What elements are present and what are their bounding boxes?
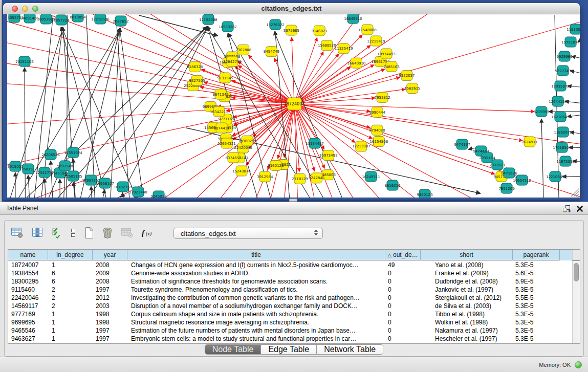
cell-name: 18300295	[8, 277, 48, 286]
window-title: citations_edges.txt	[3, 3, 580, 14]
graph-node-label: 7857224	[53, 18, 70, 23]
cell-in_degree: 1	[48, 335, 93, 343]
select-attributes-button[interactable]	[52, 227, 62, 240]
cell-in_degree: 1	[48, 326, 93, 335]
float-panel-icon[interactable]	[562, 205, 571, 212]
table-options-button[interactable]	[11, 227, 24, 240]
column-label: name	[20, 251, 35, 258]
create-column-button[interactable]	[84, 227, 94, 240]
cell-in_degree: 2	[48, 286, 93, 294]
table-row[interactable]: 1830029562008Estimation of significance …	[8, 277, 572, 286]
table-row[interactable]: 1938455462009Genome-wide association stu…	[8, 269, 572, 277]
cell-year: 1997	[93, 326, 127, 335]
cell-year: 2003	[93, 302, 127, 310]
table-row[interactable]: 2242004622012Investigating the contribut…	[8, 294, 572, 302]
table-scrollbar[interactable]	[572, 261, 580, 343]
cell-name: 18724007	[8, 261, 48, 269]
close-panel-icon[interactable]	[577, 206, 583, 212]
row-height-button[interactable]	[70, 227, 76, 240]
show-columns-button[interactable]	[31, 227, 44, 240]
cell-out_degree: 0	[385, 335, 421, 343]
scrollbar-thumb[interactable]	[574, 263, 579, 281]
network-canvas[interactable]: 2522605893275058186328165433629327508236…	[7, 14, 580, 198]
graph-node-label: 16849310	[344, 17, 362, 21]
graph-node-label: 8816211	[384, 184, 400, 188]
cell-out_degree: 0	[385, 302, 421, 310]
network-view-region: citations_edges.txt 25226058932750581863…	[0, 0, 588, 202]
column-header-pagerank[interactable]: pagerank	[513, 250, 560, 260]
column-header-short[interactable]: short	[421, 250, 513, 260]
graph-node-label: 15243876	[232, 169, 251, 173]
graph-node-label: 9474197	[454, 143, 470, 147]
table-row[interactable]: 946362711997Embryonic stem cells: a mode…	[8, 335, 572, 343]
cell-year: 1998	[93, 310, 127, 318]
graph-node-label: 16782759	[114, 185, 132, 189]
svg-text:(x): (x)	[146, 231, 152, 237]
table-row[interactable]: 977716911998Corpus callosum shape and si…	[8, 310, 572, 318]
table-row[interactable]: 946554611997Estimation of the future num…	[8, 326, 572, 335]
graph-node-label: 9245012	[150, 194, 166, 198]
cell-out_degree: 0	[385, 286, 421, 294]
cell-in_degree: 1	[48, 310, 93, 318]
column-header-name[interactable]: name	[8, 250, 48, 260]
graph-node-label: 16958107	[96, 182, 114, 186]
table-row[interactable]: 911546021997Tourette syndrome. Phenomeno…	[8, 286, 572, 294]
scrollbar-corner	[572, 250, 580, 261]
graph-node-label: 12213987	[352, 144, 371, 148]
checklist-icon	[52, 227, 62, 240]
graph-node-label: 12444157	[549, 100, 567, 104]
table-selector-dropdown[interactable]: citations_edges.txt	[173, 228, 323, 239]
cell-out_degree: 49	[385, 261, 421, 269]
network-canvas-container: 2522605893275058186328165433629327508236…	[7, 14, 580, 198]
tab-edge-table[interactable]: Edge Table	[261, 345, 317, 354]
cell-year: 1998	[93, 318, 127, 326]
tab-node-table[interactable]: Node Table	[205, 345, 262, 354]
column-header-in_degree[interactable]: in_degree	[48, 250, 93, 260]
cell-name: 14569117	[8, 302, 48, 310]
cell-title: Estimation of the future numbers of pati…	[127, 326, 385, 335]
import-table-button[interactable]	[121, 227, 134, 240]
resize-grip-icon[interactable]	[571, 189, 579, 196]
tab-network-table[interactable]: Network Table	[317, 345, 383, 354]
cell-out_degree: 0	[385, 277, 421, 286]
graph-node-label: 9242845	[309, 176, 324, 180]
column-header-out_degree[interactable]: △out_de…	[385, 250, 421, 260]
graph-node-label: 8374652	[225, 156, 241, 160]
graph-node-label: 1562615	[404, 86, 420, 91]
graph-node-label: 7624911	[521, 140, 537, 144]
graph-node-label: 15276022	[266, 23, 285, 27]
cell-pagerank: 5.9E-5	[513, 277, 560, 286]
graph-node-label: 16342211	[210, 110, 228, 114]
delete-column-button[interactable]	[102, 227, 113, 240]
graph-node-label: 11325419	[335, 47, 353, 51]
graph-node-label: 16640910	[347, 61, 366, 65]
table-panel-frame: f(x)citations_edges.txt namein_degreeyea…	[4, 220, 584, 357]
cell-in_degree: 1	[48, 318, 93, 326]
graph-node-label: 12935872	[551, 84, 570, 89]
graph-node-label: 8186328	[187, 65, 203, 69]
cell-title: Tourette syndrome. Phenomenology and cla…	[127, 286, 385, 294]
network-window-titlebar[interactable]: citations_edges.txt	[3, 3, 580, 14]
column-header-year[interactable]: year	[93, 250, 127, 260]
graph-node-label: 2367808	[235, 48, 251, 52]
function-builder-button[interactable]: f(x)	[141, 228, 155, 239]
cell-name: 22420046	[8, 294, 48, 302]
graph-node-label: 2718129	[292, 177, 308, 181]
graph-node-label: 9146821	[312, 29, 328, 33]
table-row[interactable]: 1872400712008Changes of HCN gene express…	[8, 261, 572, 269]
cell-year: 2009	[93, 269, 127, 277]
column-header-title[interactable]: title	[127, 250, 385, 260]
table-row[interactable]: 1456911722003Disruption of a novel membe…	[8, 302, 572, 310]
cell-out_degree: 0	[385, 326, 421, 335]
column-label: out_de…	[393, 251, 418, 258]
cell-title: Changes of HCN gene expression and I(f) …	[127, 261, 385, 269]
cell-title: Disruption of a novel member of a sodium…	[127, 302, 385, 310]
table-row[interactable]: 969969511998Structural magnetic resonanc…	[8, 318, 572, 326]
graph-node-label: 17016504	[553, 146, 571, 150]
cell-short: Yano et al. (2008)	[421, 261, 513, 269]
cell-pagerank: 5.3E-5	[513, 261, 560, 269]
graph-node-label: 9227343	[555, 69, 571, 73]
graph-node-label: 9929966	[556, 55, 573, 59]
table-body: 1872400712008Changes of HCN gene express…	[8, 261, 572, 343]
graph-node-label: 2087652	[113, 19, 128, 24]
